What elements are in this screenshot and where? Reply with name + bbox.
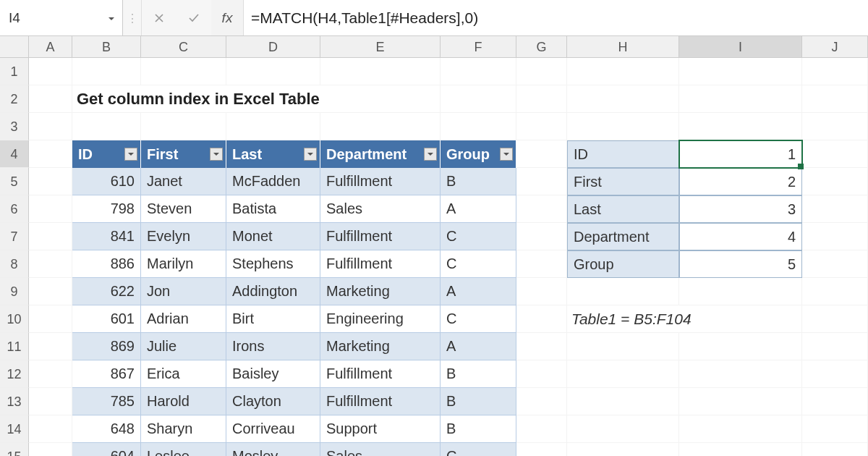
table-cell[interactable]: B [441,415,516,443]
table-header-last[interactable]: Last [226,140,320,168]
lookup-key[interactable]: First [567,168,679,195]
cell-J1[interactable] [802,58,868,85]
cell-C1[interactable] [141,58,226,85]
row-header-3[interactable]: 3 [0,113,29,140]
table-cell[interactable]: 867 [72,360,141,388]
filter-dropdown-icon[interactable] [304,148,317,161]
row-header-7[interactable]: 7 [0,223,29,250]
name-box-dropdown-icon[interactable] [105,9,118,26]
cell-I2[interactable] [679,85,802,113]
table-cell[interactable]: 622 [72,278,141,305]
table-cell[interactable]: Sharyn [141,415,226,443]
row-header-13[interactable]: 13 [0,388,29,415]
col-header-F[interactable]: F [441,36,516,57]
table-header-group[interactable]: Group [441,140,516,168]
filter-dropdown-icon[interactable] [210,148,223,161]
table-cell[interactable]: Evelyn [141,223,226,250]
lookup-key[interactable]: Department [567,223,679,250]
table-cell[interactable]: A [441,195,516,223]
table-cell[interactable]: Addington [226,278,320,305]
table-cell[interactable]: Baisley [226,360,320,388]
cancel-formula-button[interactable] [142,0,176,35]
cell-I1[interactable] [679,58,802,85]
col-header-H[interactable]: H [567,36,679,57]
formula-input[interactable]: =MATCH(H4,Table1[#Headers],0) [243,0,868,35]
table-cell[interactable]: 869 [72,333,141,360]
cell-F1[interactable] [441,58,516,85]
select-all-corner[interactable] [0,36,29,57]
accept-formula-button[interactable] [176,0,211,35]
table-cell[interactable]: 648 [72,415,141,443]
table-cell[interactable]: Sales [320,195,441,223]
table-cell[interactable]: 785 [72,388,141,415]
table-cell[interactable]: 610 [72,168,141,195]
table-cell[interactable]: B [441,360,516,388]
row-header-12[interactable]: 12 [0,360,29,388]
table-cell[interactable]: Stephens [226,250,320,278]
table-cell[interactable]: A [441,278,516,305]
table-cell[interactable]: Marilyn [141,250,226,278]
table-cell[interactable]: 886 [72,250,141,278]
table-cell[interactable]: B [441,168,516,195]
table-cell[interactable]: Julie [141,333,226,360]
table-cell[interactable]: C [441,305,516,333]
table-cell[interactable]: Irons [226,333,320,360]
lookup-val[interactable]: 5 [679,250,802,278]
row-header-2[interactable]: 2 [0,85,29,113]
row-header-15[interactable]: 15 [0,443,29,456]
table-cell[interactable]: 604 [72,443,141,456]
cell-F2[interactable] [441,85,516,113]
table-cell[interactable]: Marketing [320,333,441,360]
table-cell[interactable]: Engineering [320,305,441,333]
cell-D1[interactable] [226,58,320,85]
cell-H1[interactable] [567,58,679,85]
table-range-note[interactable]: Table1 = B5:F104 [567,305,802,333]
cell-G2[interactable] [516,85,567,113]
lookup-val[interactable]: 4 [679,223,802,250]
cell-A2[interactable] [29,85,72,113]
table-cell[interactable]: McFadden [226,168,320,195]
table-cell[interactable]: Janet [141,168,226,195]
table-cell[interactable]: C [441,223,516,250]
lookup-key[interactable]: Group [567,250,679,278]
table-cell[interactable]: Fulfillment [320,168,441,195]
table-cell[interactable]: Fulfillment [320,250,441,278]
cell-B1[interactable] [72,58,141,85]
table-cell[interactable]: Sales [320,443,441,456]
table-header-first[interactable]: First [141,140,226,168]
cell-A1[interactable] [29,58,72,85]
page-title[interactable]: Get column index in Excel Table [72,85,441,113]
lookup-val[interactable]: 2 [679,168,802,195]
row-header-1[interactable]: 1 [0,58,29,85]
table-cell[interactable]: B [441,388,516,415]
table-cell[interactable]: Monet [226,223,320,250]
table-cell[interactable]: Fulfillment [320,388,441,415]
table-cell[interactable]: 841 [72,223,141,250]
col-header-G[interactable]: G [516,36,567,57]
cell-H2[interactable] [567,85,679,113]
table-cell[interactable]: Corriveau [226,415,320,443]
row-header-5[interactable]: 5 [0,168,29,195]
row-header-8[interactable]: 8 [0,250,29,278]
table-cell[interactable]: Jon [141,278,226,305]
row-header-11[interactable]: 11 [0,333,29,360]
table-cell[interactable]: A [441,333,516,360]
cell-J2[interactable] [802,85,868,113]
row-header-6[interactable]: 6 [0,195,29,223]
table-cell[interactable]: Marketing [320,278,441,305]
lookup-val-selected[interactable]: 1 [679,140,802,168]
table-cell[interactable]: Mosley [226,443,320,456]
table-cell[interactable]: Fulfillment [320,223,441,250]
filter-dropdown-icon[interactable] [424,148,437,161]
table-cell[interactable]: Steven [141,195,226,223]
lookup-val[interactable]: 3 [679,195,802,223]
table-cell[interactable]: C [441,250,516,278]
filter-dropdown-icon[interactable] [500,148,513,161]
col-header-A[interactable]: A [29,36,72,57]
row-header-14[interactable]: 14 [0,415,29,443]
row-header-9[interactable]: 9 [0,278,29,305]
filter-dropdown-icon[interactable] [124,148,137,161]
table-cell[interactable]: Fulfillment [320,360,441,388]
col-header-E[interactable]: E [320,36,441,57]
name-box[interactable]: I4 [0,0,123,35]
